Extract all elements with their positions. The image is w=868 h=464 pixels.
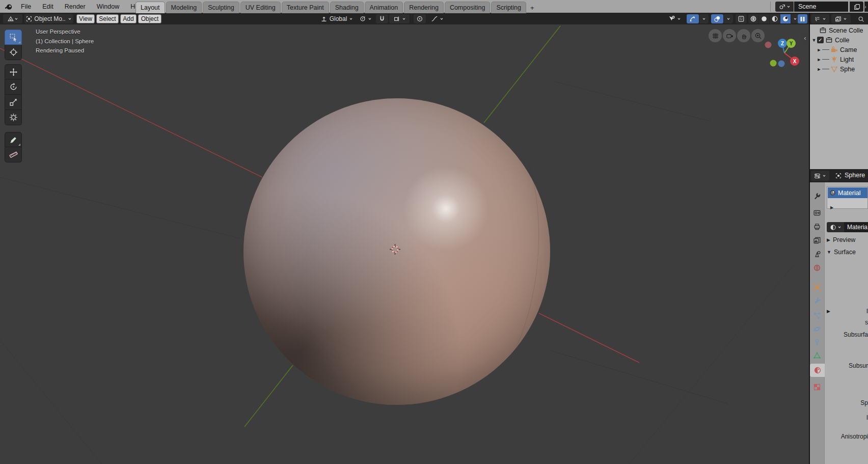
gizmos-dropdown[interactable] — [699, 14, 709, 23]
tab-scene[interactable] — [810, 248, 824, 261]
tool-transform[interactable] — [5, 110, 22, 125]
axis-ball-neg-y[interactable] — [770, 60, 777, 67]
tab-scripting[interactable]: Scripting — [491, 2, 526, 13]
menu-render[interactable]: Render — [59, 3, 91, 10]
outliner-row-light[interactable]: ► Light — [810, 54, 868, 64]
nav-perspective-button[interactable] — [709, 29, 722, 42]
panel-divider[interactable] — [809, 13, 810, 464]
nav-camera-button[interactable] — [723, 29, 736, 42]
tab-output[interactable] — [810, 220, 824, 233]
tab-compositing[interactable]: Compositing — [445, 2, 490, 13]
tool-cursor[interactable] — [5, 45, 22, 60]
tab-material[interactable] — [810, 364, 825, 377]
nav-pan-button[interactable] — [737, 29, 750, 42]
render-pause-button[interactable] — [798, 14, 807, 23]
subtool-indicator — [18, 41, 20, 43]
editor-type-selector[interactable] — [3, 14, 22, 23]
tab-particles[interactable] — [810, 309, 824, 322]
add-workspace-button[interactable]: + — [527, 2, 537, 13]
browse-material-button[interactable] — [827, 222, 844, 232]
outliner-display-mode[interactable] — [831, 14, 851, 23]
material-slot-selected[interactable]: Material — [828, 187, 867, 198]
menu-file[interactable]: File — [15, 3, 37, 10]
overlays-dropdown[interactable] — [724, 14, 733, 23]
annotate-icon — [9, 135, 18, 144]
tab-modeling[interactable]: Modeling — [166, 2, 202, 13]
shading-wireframe[interactable] — [748, 14, 758, 23]
gizmos-toggle[interactable] — [687, 14, 699, 23]
tab-physics[interactable] — [810, 322, 824, 336]
tool-select-box[interactable] — [5, 30, 22, 45]
expand-arrow-icon[interactable]: ► — [816, 47, 822, 52]
axis-label-z: Z — [781, 41, 784, 46]
outliner-label: Colle — [835, 37, 850, 44]
axis-ball-neg-x[interactable] — [765, 42, 772, 48]
expand-arrow-icon[interactable]: ► — [816, 67, 822, 72]
tab-view-layer[interactable] — [810, 234, 824, 247]
snap-target[interactable] — [389, 14, 410, 23]
tab-constraints[interactable] — [810, 336, 824, 349]
tab-uv-editing[interactable]: UV Editing — [240, 2, 281, 13]
outliner-row-scene-collection[interactable]: Scene Colle — [810, 25, 868, 35]
topbar: File Edit Render Window Help Layout Mode… — [0, 0, 868, 13]
tab-render[interactable] — [810, 206, 824, 220]
shading-material[interactable] — [770, 14, 780, 23]
blender-menu-icon[interactable] — [4, 2, 13, 11]
menu-edit[interactable]: Edit — [37, 3, 59, 10]
tool-annotate[interactable] — [5, 132, 22, 147]
panel-preview[interactable]: ▶ Preview — [827, 236, 855, 243]
collection-checkbox[interactable]: ✓ — [817, 37, 824, 43]
expand-arrow-icon[interactable]: ▼ — [811, 38, 817, 43]
shader-expand-arrow[interactable]: ▶ — [827, 309, 830, 314]
tab-animation[interactable]: Animation — [365, 2, 403, 13]
navigation-gizmo[interactable]: Z Y X — [762, 37, 808, 73]
menu-window[interactable]: Window — [91, 3, 125, 10]
tab-tool[interactable] — [810, 189, 824, 203]
snap-toggle[interactable] — [376, 14, 388, 23]
tab-object[interactable] — [810, 281, 824, 294]
tab-modifiers[interactable] — [810, 294, 824, 307]
mode-selector[interactable]: Object Mo.. — [24, 14, 73, 23]
tab-data[interactable] — [810, 349, 824, 362]
tab-shading[interactable]: Shading — [330, 2, 364, 13]
tab-rendering[interactable]: Rendering — [404, 2, 444, 13]
object-visibility[interactable] — [664, 14, 685, 23]
menu-object[interactable]: Object — [138, 14, 161, 23]
proportional-falloff[interactable] — [428, 14, 446, 23]
material-name-field[interactable]: Materia — [844, 222, 868, 232]
transform-orientation[interactable]: Global — [314, 14, 360, 23]
material-slot-list[interactable]: Material ▶ — [827, 186, 868, 209]
menu-view[interactable]: View — [76, 14, 95, 23]
outliner-row-camera[interactable]: ► Came — [810, 45, 868, 54]
tab-texture[interactable] — [810, 380, 824, 394]
properties-editor-selector[interactable] — [811, 171, 829, 181]
tool-measure[interactable] — [5, 147, 22, 162]
tab-sculpting[interactable]: Sculpting — [203, 2, 239, 13]
proportional-editing-toggle[interactable] — [414, 14, 426, 23]
new-scene-button[interactable] — [850, 2, 863, 12]
viewport-3d[interactable]: User Perspective (1) Collection | Sphere… — [0, 24, 809, 464]
axis-ball-neg-z[interactable] — [778, 61, 785, 67]
tool-move[interactable] — [5, 64, 22, 79]
xray-toggle[interactable] — [736, 14, 747, 23]
menu-select[interactable]: Select — [96, 14, 119, 23]
overlays-toggle[interactable] — [711, 14, 723, 23]
scene-browse-button[interactable] — [775, 2, 794, 12]
tab-texture-paint[interactable]: Texture Paint — [282, 2, 329, 13]
scene-name-field[interactable]: Scene — [794, 2, 848, 12]
tab-world[interactable] — [810, 261, 824, 275]
pivot-point[interactable] — [357, 14, 374, 23]
shading-solid[interactable] — [759, 14, 769, 23]
panel-surface[interactable]: ▼ Surface — [827, 249, 856, 256]
tool-scale[interactable] — [5, 95, 22, 110]
tab-layout[interactable]: Layout — [135, 2, 165, 13]
expand-arrow-icon[interactable]: ► — [816, 57, 822, 62]
outliner-search[interactable] — [856, 14, 866, 23]
tool-rotate[interactable] — [5, 79, 22, 95]
outliner-row-sphere[interactable]: ► Sphe — [810, 64, 868, 74]
outliner-editor-selector[interactable] — [811, 14, 829, 23]
shading-rendered[interactable] — [780, 14, 791, 23]
slot-specials-arrow[interactable]: ▶ — [830, 205, 833, 210]
menu-add[interactable]: Add — [120, 14, 137, 23]
outliner-row-collection[interactable]: ▼ ✓ Colle — [810, 35, 868, 45]
